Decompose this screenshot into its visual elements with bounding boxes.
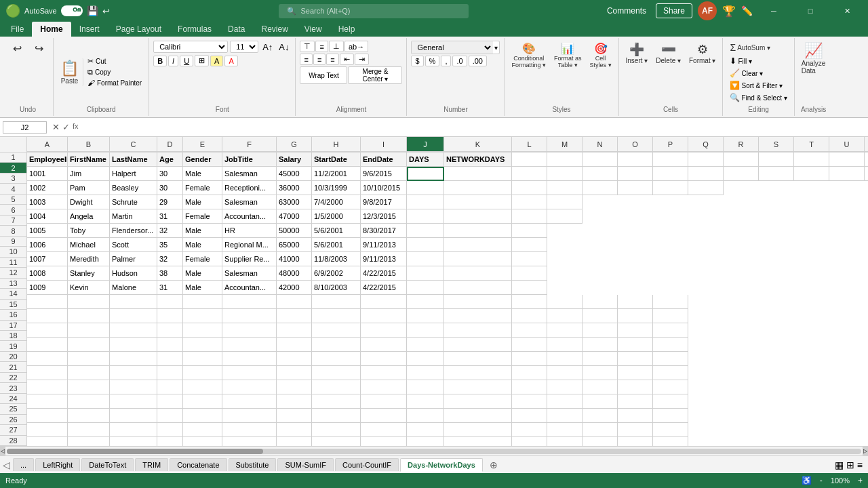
row-num-23[interactable]: 23	[0, 383, 27, 393]
sheet-tab-datetotext[interactable]: DateToText	[81, 458, 134, 471]
row-num-25[interactable]: 25	[0, 404, 27, 414]
cell-j6[interactable]	[407, 224, 444, 238]
cell-H13[interactable]	[312, 323, 361, 338]
cell-l3[interactable]	[512, 181, 547, 195]
row-num-14[interactable]: 14	[0, 289, 27, 299]
cell-B14[interactable]	[68, 338, 110, 352]
cell-F17[interactable]	[222, 380, 277, 394]
pen-icon[interactable]: ✏️	[741, 5, 753, 16]
cell-B21[interactable]	[68, 437, 110, 446]
cell-M19[interactable]	[547, 409, 583, 423]
redo-button[interactable]: ↪	[28, 41, 49, 56]
cell-H16[interactable]	[312, 366, 361, 380]
cell-b2[interactable]: Jim	[68, 167, 110, 181]
cell-P21[interactable]	[653, 437, 688, 446]
cell-l8[interactable]	[512, 252, 547, 266]
cell-k3[interactable]	[444, 181, 512, 195]
cell-F18[interactable]	[222, 394, 277, 409]
currency-button[interactable]: $	[411, 56, 423, 66]
cell-j9[interactable]	[407, 266, 444, 281]
cell-c1[interactable]: LastName	[110, 152, 157, 167]
tab-page-layout[interactable]: Page Layout	[108, 22, 170, 37]
sheet-tab-trim[interactable]: TRIM	[135, 458, 168, 471]
cell-J16[interactable]	[407, 366, 444, 380]
cell-K16[interactable]	[444, 366, 512, 380]
cell-K11[interactable]	[444, 295, 512, 309]
row-num-5[interactable]: 5	[0, 195, 27, 205]
cell-D19[interactable]	[157, 409, 183, 423]
cell-r2[interactable]	[724, 167, 759, 181]
cell-n1[interactable]	[583, 152, 618, 167]
cell-g8[interactable]: 41000	[277, 252, 312, 266]
row-num-6[interactable]: 6	[0, 205, 27, 215]
cell-N14[interactable]	[583, 338, 618, 352]
row-num-21[interactable]: 21	[0, 362, 27, 372]
cell-L14[interactable]	[512, 338, 547, 352]
undo-button[interactable]: ↩	[7, 41, 27, 56]
cell-O11[interactable]	[618, 295, 653, 309]
cell-D14[interactable]	[157, 338, 183, 352]
cell-i8[interactable]: 9/11/2013	[361, 252, 407, 266]
cell-d8[interactable]: 32	[157, 252, 183, 266]
cell-J18[interactable]	[407, 394, 444, 409]
align-middle-button[interactable]: ≡	[315, 41, 328, 52]
cell-k1[interactable]: NETWORKDAYS	[444, 152, 512, 167]
cell-e4[interactable]: Male	[183, 195, 222, 209]
sheet-tab-days-networkdays[interactable]: Days-NetworkDays	[400, 458, 483, 472]
cell-P18[interactable]	[653, 394, 688, 409]
cell-t2[interactable]	[794, 167, 829, 181]
cell-O13[interactable]	[618, 323, 653, 338]
cell-A13[interactable]	[27, 323, 68, 338]
col-header-a[interactable]: A	[27, 137, 68, 152]
cell-h9[interactable]: 6/9/2002	[312, 266, 361, 281]
cell-l2[interactable]	[512, 167, 547, 181]
cell-N15[interactable]	[583, 352, 618, 366]
cell-G16[interactable]	[277, 366, 312, 380]
view-normal-button[interactable]: ▦	[835, 460, 844, 470]
cell-E18[interactable]	[183, 394, 222, 409]
cell-f5[interactable]: Accountan...	[222, 209, 277, 224]
cell-C18[interactable]	[110, 394, 157, 409]
cell-K20[interactable]	[444, 423, 512, 437]
cell-d3[interactable]: 30	[157, 181, 183, 195]
cell-e10[interactable]: Male	[183, 281, 222, 295]
col-header-k[interactable]: K	[444, 137, 512, 152]
increase-decimal-button[interactable]: .0	[452, 56, 467, 66]
cell-c4[interactable]: Schrute	[110, 195, 157, 209]
cell-k5[interactable]	[444, 209, 512, 224]
cell-N11[interactable]	[583, 295, 618, 309]
col-header-i[interactable]: I	[361, 137, 407, 152]
cell-j1[interactable]: DAYS	[407, 152, 444, 167]
cell-L12[interactable]	[512, 309, 547, 323]
cell-A17[interactable]	[27, 380, 68, 394]
cell-G20[interactable]	[277, 423, 312, 437]
scroll-thumb[interactable]	[7, 449, 263, 454]
cell-a6[interactable]: 1005	[27, 224, 68, 238]
cell-f2[interactable]: Salesman	[222, 167, 277, 181]
cell-F16[interactable]	[222, 366, 277, 380]
cell-b6[interactable]: Toby	[68, 224, 110, 238]
align-top-button[interactable]: ⊤	[300, 41, 315, 52]
cell-D11[interactable]	[157, 295, 183, 309]
align-bottom-button[interactable]: ⊥	[329, 41, 344, 52]
cell-J14[interactable]	[407, 338, 444, 352]
cell-I18[interactable]	[361, 394, 407, 409]
cell-n3[interactable]	[583, 181, 618, 195]
cell-J17[interactable]	[407, 380, 444, 394]
cell-g7[interactable]: 65000	[277, 238, 312, 252]
cell-g1[interactable]: Salary	[277, 152, 312, 167]
indent-increase-button[interactable]: ⇥	[355, 54, 369, 65]
cell-P16[interactable]	[653, 366, 688, 380]
insert-function-icon[interactable]: fx	[73, 122, 79, 132]
cell-E17[interactable]	[183, 380, 222, 394]
cell-e9[interactable]: Male	[183, 266, 222, 281]
cell-k4[interactable]	[444, 195, 512, 209]
cell-D18[interactable]	[157, 394, 183, 409]
cell-H21[interactable]	[312, 437, 361, 446]
cell-N12[interactable]	[583, 309, 618, 323]
cell-E19[interactable]	[183, 409, 222, 423]
cell-P17[interactable]	[653, 380, 688, 394]
cell-P13[interactable]	[653, 323, 688, 338]
format-painter-button[interactable]: 🖌Format Painter	[85, 78, 144, 87]
cell-e3[interactable]: Female	[183, 181, 222, 195]
